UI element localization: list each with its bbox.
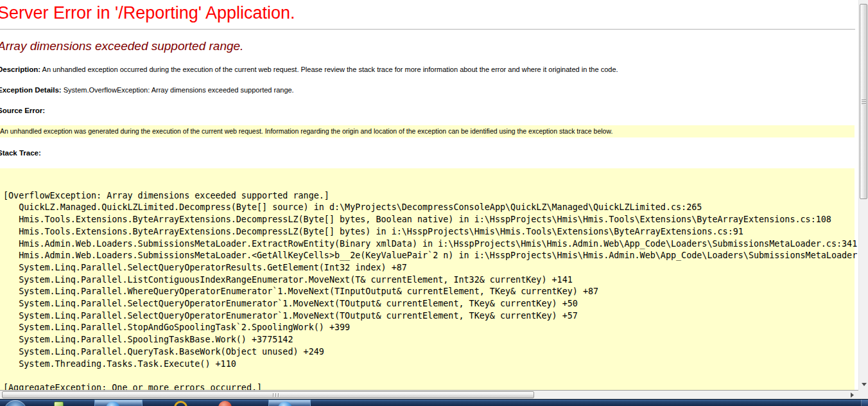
description-text: An unhandled exception occurred during t… <box>42 66 618 73</box>
exception-details-row: Exception Details: System.OverflowExcept… <box>0 86 294 94</box>
title-divider <box>0 29 855 30</box>
exception-details-label: Exception Details: <box>0 86 62 94</box>
vertical-scrollbar[interactable] <box>858 0 868 390</box>
description-label: Description: <box>0 66 40 73</box>
source-error-label: Source Error: <box>0 107 45 114</box>
source-error-box: An unhandled exception was generated dur… <box>0 125 855 137</box>
scrollbar-grip-icon <box>273 393 281 397</box>
source-error-text: An unhandled exception was generated dur… <box>0 125 855 137</box>
active-app-button[interactable] <box>94 400 143 406</box>
windows-start-orb[interactable] <box>4 400 27 406</box>
show-desktop-button[interactable] <box>862 400 868 406</box>
page-title: Server Error in '/Reporting' Application… <box>0 3 295 23</box>
description-row: Description: An unhandled exception occu… <box>0 66 618 73</box>
scroll-right-button[interactable] <box>846 391 858 399</box>
stack-trace-text: [OverflowException: Array dimensions exc… <box>0 168 855 390</box>
vertical-scrollbar-thumb[interactable] <box>860 4 867 199</box>
active-app-button-2[interactable] <box>268 400 311 406</box>
horizontal-scrollbar[interactable] <box>0 390 858 399</box>
app-icon <box>106 402 120 406</box>
scrollbar-corner <box>858 390 868 399</box>
horizontal-scrollbar-thumb[interactable] <box>2 391 534 398</box>
scroll-down-button[interactable] <box>859 379 868 390</box>
windows-taskbar[interactable] <box>0 399 868 406</box>
app-icon <box>278 402 292 406</box>
arrow-right-icon <box>851 393 854 398</box>
gold-ring-icon[interactable] <box>174 401 187 406</box>
notepad-icon[interactable] <box>54 402 64 406</box>
red-app-icon[interactable] <box>218 401 232 406</box>
arrow-down-icon <box>862 383 867 386</box>
exception-details-text: System.OverflowException: Array dimensio… <box>64 86 294 94</box>
stack-trace-label: Stack Trace: <box>0 149 41 157</box>
error-page: Server Error in '/Reporting' Application… <box>0 0 858 390</box>
source-error-row: Source Error: <box>0 107 45 114</box>
stack-trace-row: Stack Trace: <box>0 149 41 157</box>
stack-trace-box: [OverflowException: Array dimensions exc… <box>0 168 855 390</box>
error-subtitle: Array dimensions exceeded supported rang… <box>0 39 243 53</box>
scrollbar-grip-icon <box>862 100 866 105</box>
